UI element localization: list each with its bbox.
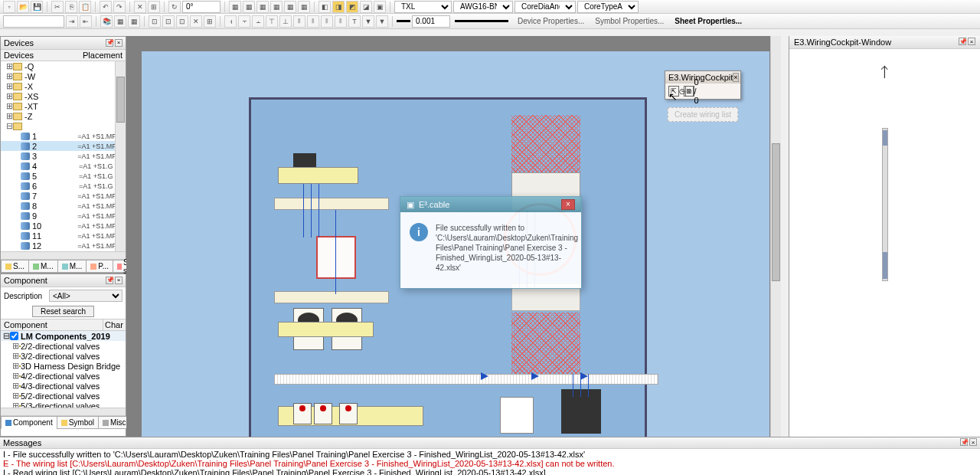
tb-dist3[interactable]: ⦀: [321, 15, 333, 28]
tb-a6[interactable]: ▦: [298, 1, 310, 13]
tb-c1[interactable]: ⇥: [66, 15, 78, 28]
tb-undo-icon[interactable]: ↶: [100, 1, 112, 13]
panel-close-icon[interactable]: ×: [115, 39, 122, 47]
root-checkbox[interactable]: [10, 332, 18, 340]
din-rail-2[interactable]: [274, 291, 389, 303]
core2-combo[interactable]: CoreTypeAndCore: [577, 1, 639, 13]
relay-3[interactable]: [339, 403, 358, 424]
comp-hscroll[interactable]: [1, 408, 126, 415]
terminal-bottom-2[interactable]: [561, 389, 601, 434]
line-width-input[interactable]: [412, 15, 450, 28]
component-root[interactable]: ⊟LM Components_2019: [1, 331, 126, 341]
device-properties-link[interactable]: Device Properties...: [513, 17, 589, 25]
component-item[interactable]: ⊞2/2-directional valves: [1, 341, 126, 351]
wire-item[interactable]: 3=A1 +S1.MP -I: [1, 151, 126, 161]
tb-a1[interactable]: ▦: [229, 1, 241, 13]
tb-copy-icon[interactable]: ⎘: [65, 1, 77, 13]
up-arrow-icon[interactable]: 🡑: [877, 64, 893, 82]
tb-c2[interactable]: ⇤: [80, 15, 92, 28]
devices-tab[interactable]: M...: [28, 260, 58, 273]
relay-2[interactable]: [314, 403, 332, 424]
comp-pin-icon[interactable]: 📌: [106, 277, 113, 284]
tb-a4[interactable]: ▦: [270, 1, 283, 13]
scale-input[interactable]: [182, 1, 220, 13]
dialog-close-icon[interactable]: ×: [561, 199, 575, 210]
tb-align2[interactable]: ⫟: [238, 15, 250, 28]
component-tab[interactable]: Component: [1, 416, 57, 429]
wire-item[interactable]: 10=A1 +S1.MP -I: [1, 221, 126, 231]
tb-dist1[interactable]: ⦀: [293, 15, 305, 28]
messages-body[interactable]: I - File successfully written to 'C:\Use…: [0, 449, 980, 475]
tb-grid-icon[interactable]: ⊞: [148, 1, 160, 13]
device-node[interactable]: ⊞-X: [1, 81, 126, 91]
tb-filter2-icon[interactable]: ▼: [376, 15, 388, 28]
din-rail-1[interactable]: [274, 198, 389, 210]
tb-b1[interactable]: ◧: [318, 1, 331, 13]
tb-a3[interactable]: ▦: [256, 1, 269, 13]
tb-redo-icon[interactable]: ↷: [113, 1, 126, 13]
line-style-icon[interactable]: [397, 20, 410, 22]
hatched-block-top[interactable]: [511, 115, 580, 172]
layer-combo[interactable]: TXL: [394, 1, 452, 13]
relay-1[interactable]: [293, 403, 312, 424]
component-item[interactable]: ⊞4/3-directional valves: [1, 381, 126, 391]
cockpit-export-icon[interactable]: ⇱: [668, 86, 679, 97]
reset-search-button[interactable]: Reset search: [32, 306, 94, 317]
tb-align1[interactable]: ⫞: [224, 15, 237, 28]
tb-e5[interactable]: ⊞: [204, 15, 216, 28]
tb-align4[interactable]: ⊤: [266, 15, 278, 28]
devices-tab[interactable]: S...: [1, 260, 29, 273]
tb-e3[interactable]: ⊡: [176, 15, 188, 28]
wiring-duct[interactable]: [274, 374, 658, 385]
wiring-close-icon[interactable]: ×: [968, 38, 975, 45]
tb-new-icon[interactable]: ▫: [3, 1, 15, 13]
wiring-cockpit-palette[interactable]: E3.WiringCockpit × ⇱ ◷ 🗎 0 / 0: [665, 70, 741, 100]
tb-b3[interactable]: ◩: [346, 1, 358, 13]
tb-e4[interactable]: ✕: [190, 15, 202, 28]
wire-item[interactable]: 5=A1 +S1.G -Q: [1, 171, 126, 181]
component-list[interactable]: ⊟LM Components_2019⊞2/2-directional valv…: [1, 331, 126, 408]
tb-b4[interactable]: ◪: [360, 1, 372, 13]
tb-paste-icon[interactable]: 📋: [79, 1, 91, 13]
component-item[interactable]: ⊞3D Harness Design Bridge: [1, 361, 126, 371]
tb-align3[interactable]: ⫠: [252, 15, 264, 28]
wire-item[interactable]: 11=A1 +S1.MP -I: [1, 231, 126, 241]
wire-item[interactable]: 8=A1 +S1.MP -I: [1, 201, 126, 211]
wire-item[interactable]: 6=A1 +S1.G -Q: [1, 181, 126, 191]
symbol-properties-link[interactable]: Symbol Properties...: [590, 17, 668, 25]
cockpit-clock-icon[interactable]: ◷ 🗎 0 / 0: [684, 86, 694, 97]
wiring-pin-icon[interactable]: 📌: [959, 38, 966, 45]
tb-del-icon[interactable]: ✕: [134, 1, 146, 13]
device-node[interactable]: ⊞-Z: [1, 111, 126, 121]
tb-layer-icon[interactable]: 📚: [100, 15, 113, 28]
device-node[interactable]: ⊞-W: [1, 71, 126, 81]
description-select[interactable]: <All>: [49, 290, 122, 302]
rail-block-1[interactable]: [278, 167, 358, 184]
sheet-properties-link[interactable]: Sheet Properties...: [670, 17, 746, 25]
tb-d1[interactable]: ▦: [114, 15, 126, 28]
tb-d2[interactable]: ▦: [128, 15, 140, 28]
hatched-block-mid[interactable]: [511, 313, 580, 374]
msg-close-icon[interactable]: ×: [969, 438, 977, 446]
devices-tab[interactable]: P...: [86, 260, 113, 273]
msg-pin-icon[interactable]: 📌: [960, 438, 968, 446]
cockpit-doc-icon[interactable]: 🗎: [685, 86, 694, 97]
canvas-vscroll[interactable]: [770, 36, 781, 437]
cockpit-close-icon[interactable]: ×: [733, 73, 738, 82]
wire-combo[interactable]: AWG16-BN: [453, 1, 513, 13]
tb-open-icon[interactable]: 📂: [17, 1, 29, 13]
device-node[interactable]: ⊞-Q: [1, 61, 126, 71]
create-wiring-list-button[interactable]: Create wiring list: [668, 107, 738, 122]
wire-item[interactable]: 1=A1 +S1.MP -I: [1, 131, 126, 141]
tb-rot-icon[interactable]: ↻: [168, 1, 181, 13]
tb-align5[interactable]: ⊥: [279, 15, 292, 28]
tb-a2[interactable]: ▦: [243, 1, 255, 13]
component-item[interactable]: ⊞3/2-directional valves: [1, 351, 126, 361]
component-item[interactable]: ⊞4/2-directional valves: [1, 371, 126, 381]
tb-dist4[interactable]: ⦀: [335, 15, 347, 28]
rail-block-3[interactable]: [278, 322, 374, 337]
wire-item[interactable]: 4=A1 +S1.G -Q: [1, 161, 126, 171]
wire-item[interactable]: 2=A1 +S1.MP -I: [1, 141, 126, 151]
wiring-mini-scroll[interactable]: [882, 128, 888, 281]
component-item[interactable]: ⊞5/2-directional valves: [1, 391, 126, 401]
